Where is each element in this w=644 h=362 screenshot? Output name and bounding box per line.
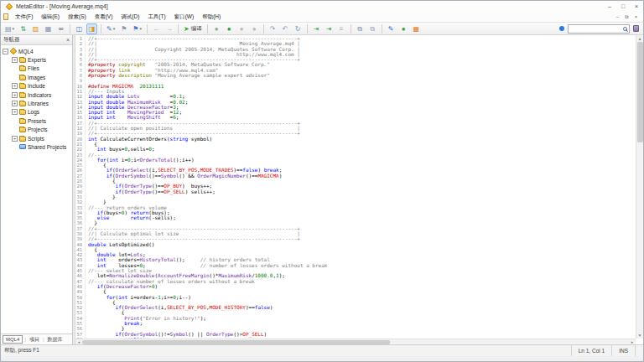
styler-dropdown-icon[interactable]: ▾ [113, 26, 116, 31]
tree-item-shared-projects[interactable]: Shared Projects [1, 142, 72, 151]
find-in-files-button[interactable]: ∞ [55, 23, 66, 34]
expander-closed-icon[interactable]: + [12, 57, 18, 63]
shared-icon [19, 144, 26, 149]
menu-debug[interactable]: 调试(D) [117, 12, 143, 22]
save-button[interactable]: ▦ [43, 23, 54, 34]
community-globe-icon: ● [402, 24, 406, 34]
step-into-button[interactable]: ↷ [267, 23, 278, 34]
toolbar-search-input[interactable] [570, 26, 623, 31]
tree-item-experts[interactable]: +Experts [1, 55, 72, 64]
tree-item-logs[interactable]: +Logs [1, 108, 72, 116]
breakpoint-flag-button[interactable]: ⚑ [118, 23, 129, 34]
debug-start-button[interactable]: ● [224, 23, 235, 34]
new-file-button[interactable]: ▤▾ [3, 23, 16, 34]
child-minimize-button[interactable]: – [613, 13, 622, 22]
toolbar-separator [207, 24, 208, 34]
metaquotes-pen-button[interactable]: ✎ [386, 23, 397, 34]
tree-item-label: Libraries [28, 101, 49, 106]
child-restore-button[interactable]: ⧉ [622, 13, 631, 22]
debug-start-icon: ● [227, 24, 231, 34]
navigate-forward-button[interactable]: → [164, 23, 174, 34]
menu-view[interactable]: 查看(V) [91, 12, 117, 22]
code-area[interactable]: 1//+------------------------------------… [75, 35, 636, 339]
debug-real-data-button[interactable]: ● [211, 23, 222, 34]
minimize-button[interactable]: – [603, 1, 616, 12]
compile-button[interactable]: ➤编译 [182, 23, 204, 34]
menu-tools[interactable]: 工具(T) [143, 12, 169, 22]
copy-page-button[interactable]: ⧉ [355, 23, 366, 34]
breakpoints-list-button[interactable]: ⚑▾ [131, 23, 143, 34]
open-folder-button[interactable]: ▨ [30, 23, 41, 34]
scroll-right-icon[interactable]: ▸ [629, 339, 636, 344]
navigator-toggle-button[interactable]: ◨ [86, 23, 97, 34]
run-to-cursor-button[interactable]: ⇥ [311, 23, 322, 34]
toolbar-search-box[interactable] [568, 24, 630, 34]
navigator-tab-mql4[interactable]: MQL4 [3, 335, 23, 344]
search-icon[interactable] [623, 27, 627, 31]
preview-page-button[interactable]: ⧉ [367, 23, 378, 34]
market-box-button[interactable]: ▦ [411, 23, 422, 34]
pause-script-button[interactable]: ≡ [336, 23, 347, 34]
menu-edit[interactable]: 编辑(E) [37, 12, 64, 22]
expander-closed-icon[interactable]: + [12, 101, 18, 106]
run-next-button[interactable]: ⇥ [324, 23, 335, 34]
styler-button[interactable]: ✎▾ [105, 23, 117, 34]
menu-help[interactable]: 帮助(H) [198, 12, 225, 22]
vertical-scroll-thumb[interactable] [637, 42, 643, 142]
tree-item-label: Shared Projects [28, 144, 66, 150]
toolbar-separator [101, 24, 101, 34]
step-over-button[interactable]: ↶ [280, 23, 291, 34]
toolbar-separator [178, 24, 179, 34]
debug-stop-button[interactable]: ● [249, 23, 260, 34]
scroll-down-icon[interactable]: ▼ [638, 332, 642, 339]
scroll-left-icon[interactable]: ◂ [75, 339, 82, 344]
expander-closed-icon[interactable]: + [12, 92, 18, 98]
expander-closed-icon[interactable]: + [12, 83, 18, 89]
horizontal-scrollbar[interactable]: ◂ ▸ [75, 339, 636, 344]
expander-spacer [12, 75, 18, 80]
navigator-tab-database[interactable]: 数据库 [45, 336, 64, 344]
docs-book-icon[interactable] [633, 25, 639, 32]
code-editor[interactable]: 1//+------------------------------------… [75, 35, 643, 344]
tree-item-scripts[interactable]: +Scripts [1, 134, 72, 142]
toolbar: ▤▾⇅▨▦∞◫◨✎▾⚑⚑▾←→➤编译●●●●↷↶↻⇥⇥≡⧉⧉✎●▦ [1, 22, 643, 35]
horizontal-scroll-thumb[interactable] [82, 340, 390, 344]
tree-item-presets[interactable]: Presets [1, 116, 72, 125]
new-file-dropdown-icon[interactable]: ▾ [13, 26, 15, 31]
run-next-icon: ⇥ [326, 24, 332, 34]
tree-item-projects[interactable]: Projects [1, 126, 72, 134]
navigator-close-icon[interactable]: × [66, 37, 70, 44]
vertical-scroll-track[interactable] [636, 42, 643, 332]
tree-item-mql4[interactable]: −MQL4 [1, 47, 72, 55]
tree-item-indicators[interactable]: +Indicators [1, 90, 72, 99]
tree-item-label: Images [28, 75, 45, 80]
tree-item-label: Scripts [28, 136, 44, 142]
community-globe-button[interactable]: ● [398, 23, 409, 34]
toolbar-separator [382, 24, 382, 34]
maximize-button[interactable]: □ [616, 1, 630, 12]
step-out-button[interactable]: ↻ [293, 23, 304, 34]
tree-item-images[interactable]: Images [1, 73, 72, 81]
close-button[interactable]: × [630, 1, 643, 12]
debug-pause-button[interactable]: ● [236, 23, 247, 34]
toolbox-window-button[interactable]: ◫ [74, 23, 85, 34]
menu-search[interactable]: 搜索(S) [64, 12, 91, 22]
tree-item-files[interactable]: Files [1, 65, 72, 73]
window-controls: – □ × [603, 1, 643, 12]
tree-item-include[interactable]: +Include [1, 82, 72, 90]
scroll-up-icon[interactable]: ▲ [638, 35, 642, 42]
storage-checkout-button[interactable]: ⇅ [18, 23, 29, 34]
navigate-back-button[interactable]: ← [151, 23, 162, 34]
resize-grip[interactable] [635, 345, 643, 356]
menu-window[interactable]: 窗口(W) [170, 12, 198, 22]
expander-open-icon[interactable]: − [3, 49, 8, 54]
navigator-tab-projects[interactable]: 项目 [28, 336, 41, 344]
tree-item-libraries[interactable]: +Libraries [1, 99, 72, 107]
code-text: else return(-sells); [88, 215, 176, 220]
expander-closed-icon[interactable]: + [12, 109, 18, 115]
menu-file[interactable]: 文件(F) [11, 12, 37, 22]
expander-closed-icon[interactable]: + [12, 136, 18, 142]
vertical-scrollbar[interactable]: ▲ ▼ [636, 35, 643, 339]
breakpoints-list-dropdown-icon[interactable]: ▾ [139, 26, 142, 31]
child-close-button[interactable]: × [631, 13, 641, 22]
